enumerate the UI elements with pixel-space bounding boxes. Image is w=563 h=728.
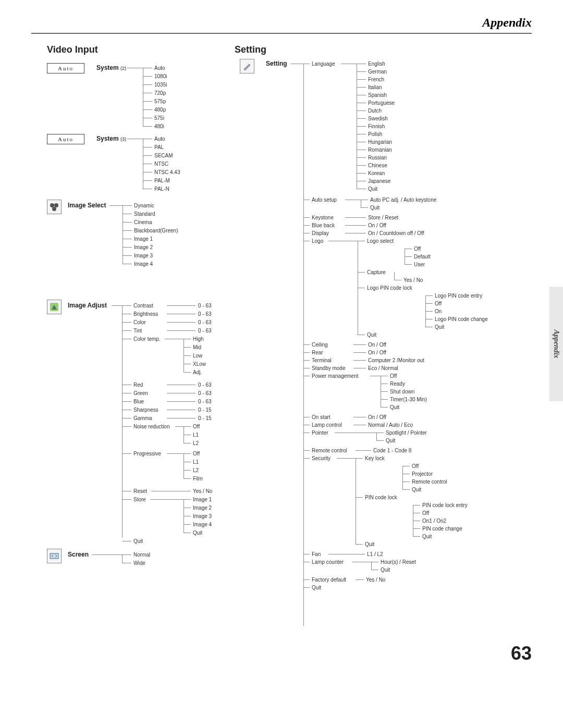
r-lampcnt-0: Hour(s) / Reset xyxy=(381,559,416,565)
adj-noise-2: L2 xyxy=(193,440,199,446)
r-power: Power management xyxy=(312,373,359,379)
r-lang-7: Swedish xyxy=(368,116,388,121)
r-ceiling-val: On / Off xyxy=(368,342,386,348)
imgsel-item-1: Standard xyxy=(134,211,155,217)
adj-noise: Noise reduction xyxy=(133,424,169,429)
r-logo-pin-4: Quit xyxy=(435,324,444,330)
r-onstart: On start xyxy=(312,414,331,420)
r-logo-pin-3: Logo PIN code change xyxy=(435,316,488,322)
r-lang: Language xyxy=(312,61,335,67)
adj-colortemp-3: XLow xyxy=(193,361,206,367)
r-fan: Fan xyxy=(312,551,321,557)
adj-Red: Red xyxy=(133,382,143,388)
r-security: Security xyxy=(312,455,331,461)
r-rear-val: On / Off xyxy=(368,350,386,355)
r-sec-pinlock-4: Quit xyxy=(422,534,432,539)
system2-label: System (2) xyxy=(96,64,126,71)
adj-Sharpness: Sharpness xyxy=(133,407,158,413)
screen-0: Normal xyxy=(133,552,150,558)
r-standby-val: Eco / Normal xyxy=(368,365,398,371)
adj-Sharpness-val: 0 - 15 xyxy=(198,407,212,413)
system3-item-3: NTSC xyxy=(154,161,168,167)
adj-Brightness: Brightness xyxy=(133,311,158,317)
system2-item-6: 575i xyxy=(154,115,164,121)
system3-item-2: SECAM xyxy=(154,153,173,158)
system3-item-6: PAL-N xyxy=(154,186,169,192)
adj-store-2: Image 3 xyxy=(193,513,212,519)
r-autosetup-1: Quit xyxy=(370,205,380,211)
r-lang-15: Japanese xyxy=(368,178,390,184)
svg-point-1 xyxy=(54,203,58,207)
adj-store: Store xyxy=(133,497,146,502)
r-factory: Factory default xyxy=(312,577,346,583)
r-rear: Rear xyxy=(312,350,323,355)
r-logo-select: Logo select xyxy=(367,238,394,244)
r-lang-14: Korean xyxy=(368,170,385,176)
adj-Brightness-val: 0 - 63 xyxy=(198,311,212,317)
adj-Contrast-val: 0 - 63 xyxy=(198,303,212,309)
adj-prog-2: L2 xyxy=(193,467,199,473)
r-sec-pinlock: PIN code lock xyxy=(365,495,397,500)
adj-prog-3: Film xyxy=(193,476,203,482)
r-terminal-val: Computer 2 /Monitor out xyxy=(368,357,424,363)
r-blueback-val: On / Off xyxy=(368,223,386,228)
r-lang-9: Polish xyxy=(368,131,382,137)
r-keystone: Keystone xyxy=(312,215,334,220)
r-quit: Quit xyxy=(312,585,321,590)
r-remote: Remote control xyxy=(312,448,347,453)
screen-icon xyxy=(47,549,62,563)
r-sec-pinlock-2: On1 / On2 xyxy=(422,518,446,524)
adj-noise-0: Off xyxy=(193,424,200,429)
svg-rect-4 xyxy=(50,553,58,559)
header-title: Appendix xyxy=(0,0,563,33)
adj-colortemp: Color temp. xyxy=(133,336,161,342)
r-logo-quit: Quit xyxy=(367,332,376,338)
adj-prog-1: L1 xyxy=(193,459,199,465)
adj-Blue-val: 0 - 63 xyxy=(198,399,212,404)
system3-item-0: Auto xyxy=(154,136,165,142)
system3-item-4: NTSC 4.43 xyxy=(154,169,180,175)
r-lampcnt-1: Quit xyxy=(381,567,390,573)
adj-store-4: Quit xyxy=(193,530,202,536)
system3-item-1: PAL xyxy=(154,144,164,150)
r-standby: Standby mode xyxy=(312,365,346,371)
image-select-icon xyxy=(47,200,62,214)
r-sec-quit: Quit xyxy=(365,541,374,547)
image-select-label: Image Select xyxy=(68,202,106,209)
system2-item-0: Auto xyxy=(154,65,165,71)
page-number: 63 xyxy=(511,643,532,664)
r-power-0: Off xyxy=(390,373,397,379)
r-remote-val: Code 1 - Code 8 xyxy=(373,448,411,453)
r-lang-2: French xyxy=(368,77,384,82)
svg-point-0 xyxy=(50,203,54,207)
r-power-2: Shut down xyxy=(390,389,414,394)
adj-Contrast: Contrast xyxy=(133,303,153,309)
r-lang-16: Quit xyxy=(368,186,377,192)
system2-item-7: 480i xyxy=(154,124,164,129)
r-lang-6: Dutch xyxy=(368,108,382,114)
setting-label: Setting xyxy=(266,60,287,67)
r-autosetup: Auto setup xyxy=(312,197,337,203)
r-logo-pin: Logo PIN code lock xyxy=(367,285,412,291)
system3-label: System (3) xyxy=(96,135,126,142)
r-sec-keylock-2: Remote control xyxy=(412,479,447,485)
r-keystone-val: Store / Reset xyxy=(368,215,398,220)
r-sec-keylock-0: Off xyxy=(412,463,419,469)
r-autosetup-0: Auto PC adj. / Auto keystone xyxy=(370,197,436,203)
adj-Gamma: Gamma xyxy=(133,415,152,421)
r-logo-pin-1: Off xyxy=(435,301,442,306)
adj-quit: Quit xyxy=(133,538,143,544)
imgsel-item-3: Blackboard(Green) xyxy=(134,228,178,233)
r-lang-4: Spanish xyxy=(368,92,387,98)
screen-label: Screen xyxy=(68,551,89,558)
r-sec-keylock: Key lock xyxy=(365,455,385,461)
r-sec-pinlock-3: PIN code change xyxy=(422,526,462,532)
imgsel-item-6: Image 3 xyxy=(134,253,153,258)
r-sec-pinlock-1: Off xyxy=(422,510,429,516)
r-lang-12: Russian xyxy=(368,155,387,161)
r-lang-0: English xyxy=(368,61,385,67)
r-logo: Logo xyxy=(312,238,323,244)
r-logo-capture: Capture xyxy=(367,269,386,275)
svg-point-2 xyxy=(52,207,56,211)
r-fan-val: L1 / L2 xyxy=(367,551,383,557)
